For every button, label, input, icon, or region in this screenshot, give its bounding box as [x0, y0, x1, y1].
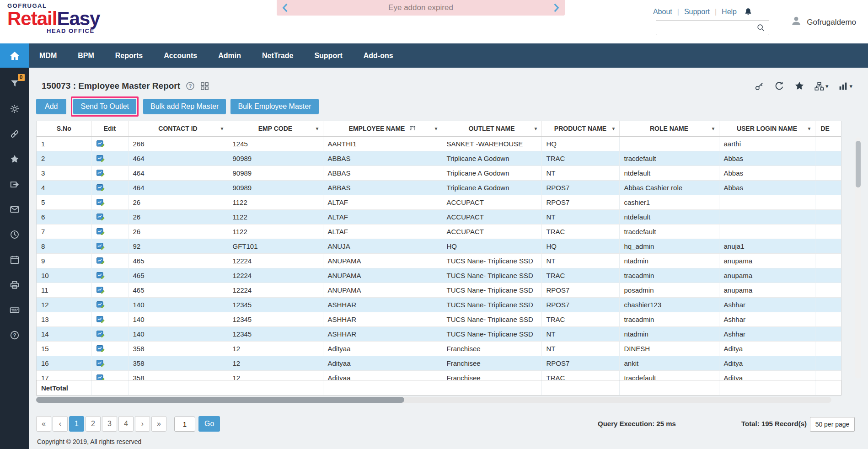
cell-contact-id: 358	[128, 356, 228, 370]
edit-icon[interactable]	[96, 199, 105, 206]
column-header-user-login-name[interactable]: USER LOGIN NAME▼	[719, 121, 815, 136]
printer-icon[interactable]	[9, 279, 21, 291]
column-filter-caret-icon[interactable]: ▼	[434, 126, 439, 131]
edit-icon[interactable]	[96, 374, 105, 380]
column-header-role-name[interactable]: ROLE NAME▼	[619, 121, 719, 136]
edit-icon[interactable]	[96, 301, 105, 309]
edit-icon[interactable]	[96, 272, 105, 279]
column-header-emp-code[interactable]: EMP CODE▼	[228, 121, 323, 136]
bulk-add-rep-master-button[interactable]: Bulk add Rep Master	[143, 99, 226, 114]
cell-user-login-name	[719, 195, 815, 209]
nav-item-accounts[interactable]: Accounts	[153, 43, 208, 68]
send-to-outlet-button[interactable]: Send To Outlet	[73, 99, 136, 114]
cell-contact-id: 465	[128, 253, 228, 268]
horizontal-scrollbar[interactable]	[36, 397, 831, 403]
share-icon[interactable]	[9, 178, 21, 190]
keyboard-icon[interactable]	[9, 304, 21, 316]
pagination-first-button[interactable]: «	[36, 416, 51, 432]
nav-item-mdm[interactable]: MDM	[29, 43, 67, 68]
column-header-employee-name[interactable]: EMPLOYEE NAME▼	[323, 121, 442, 136]
pagination-page-3[interactable]: 3	[102, 416, 117, 432]
column-header-s-no[interactable]: S.No	[37, 121, 91, 136]
add-button[interactable]: Add	[36, 99, 66, 114]
star-icon[interactable]	[9, 153, 21, 165]
edit-icon[interactable]	[96, 214, 105, 221]
refresh-icon[interactable]	[774, 81, 784, 91]
edit-icon[interactable]	[96, 184, 105, 192]
column-header-edit[interactable]: Edit	[91, 121, 128, 136]
edit-icon[interactable]	[96, 360, 105, 367]
column-filter-caret-icon[interactable]: ▼	[534, 126, 538, 131]
cell-employee-name: ANUPAMA	[323, 268, 442, 283]
banner-next-icon[interactable]	[553, 3, 559, 12]
search-icon[interactable]	[756, 23, 769, 32]
nav-item-admin[interactable]: Admin	[208, 43, 252, 68]
key-icon[interactable]	[755, 81, 764, 91]
vertical-scrollbar-thumb[interactable]	[856, 141, 861, 187]
nav-item-nettrade[interactable]: NetTrade	[252, 43, 304, 68]
goto-page-input[interactable]	[174, 417, 195, 432]
edit-icon[interactable]	[96, 155, 105, 162]
edit-icon[interactable]	[96, 316, 105, 323]
table-row: 1046512224ANUPAMATUCS Nane- Triplicane S…	[37, 268, 841, 283]
edit-icon[interactable]	[96, 140, 105, 148]
banner-prev-icon[interactable]	[282, 3, 288, 12]
user-menu[interactable]: Gofrugaldemo	[790, 15, 856, 29]
about-link[interactable]: About	[653, 8, 672, 16]
per-page-select[interactable]: 50 per page	[810, 417, 855, 432]
gear-icon[interactable]	[9, 103, 21, 115]
favorite-star-icon[interactable]	[794, 81, 804, 91]
filter-icon[interactable]: 0	[9, 78, 21, 90]
edit-icon[interactable]	[96, 345, 105, 353]
edit-icon[interactable]	[96, 228, 105, 235]
nav-item-addons[interactable]: Add-ons	[353, 43, 404, 68]
pagination-last-button[interactable]: »	[151, 416, 166, 432]
notifications-bell-icon[interactable]	[744, 7, 753, 16]
nav-item-reports[interactable]: Reports	[105, 43, 153, 68]
pagination-page-4[interactable]: 4	[118, 416, 134, 432]
column-header-product-name[interactable]: PRODUCT NAME▼	[541, 121, 619, 136]
edit-icon[interactable]	[96, 257, 105, 265]
cell-user-login-name: Abbas	[719, 180, 815, 195]
edit-icon[interactable]	[96, 287, 105, 294]
column-filter-caret-icon[interactable]: ▼	[611, 126, 616, 131]
pagination-page-1[interactable]: 1	[69, 416, 84, 432]
edit-icon[interactable]	[96, 170, 105, 177]
nav-item-bpm[interactable]: BPM	[67, 43, 105, 68]
hierarchy-icon[interactable]: ▾	[814, 81, 829, 91]
cell-outlet-name: Franchisee	[442, 356, 541, 370]
link-icon[interactable]	[9, 128, 21, 140]
home-button[interactable]	[0, 43, 29, 68]
chart-icon[interactable]: ▾	[838, 81, 852, 91]
bulk-employee-master-button[interactable]: Bulk Employee Master	[230, 99, 318, 114]
column-header-de[interactable]: DE	[815, 121, 841, 136]
vertical-scrollbar[interactable]	[855, 137, 861, 379]
pagination-page-2[interactable]: 2	[86, 416, 101, 432]
title-help-icon[interactable]: ?	[186, 81, 195, 91]
clock-icon[interactable]	[9, 229, 21, 241]
horizontal-scrollbar-thumb[interactable]	[36, 397, 404, 403]
help-link[interactable]: Help	[722, 8, 737, 16]
pagination-next-button[interactable]: ›	[135, 416, 150, 432]
nav-item-support[interactable]: Support	[304, 43, 353, 68]
column-header-outlet-name[interactable]: OUTLET NAME▼	[442, 121, 541, 136]
dashboard-icon[interactable]	[200, 82, 209, 91]
edit-icon[interactable]	[96, 243, 105, 250]
pagination-prev-button[interactable]: ‹	[53, 416, 68, 432]
column-header-contact-id[interactable]: CONTACT ID▼	[128, 121, 228, 136]
edit-icon[interactable]	[96, 331, 105, 338]
help-icon[interactable]: ?	[9, 329, 21, 341]
cell-edit	[91, 136, 128, 151]
search-input[interactable]	[656, 21, 756, 35]
column-filter-caret-icon[interactable]: ▼	[807, 126, 812, 131]
column-filter-caret-icon[interactable]: ▼	[711, 126, 716, 131]
cell-role-name: cashier1	[619, 195, 719, 209]
calendar-icon[interactable]	[9, 254, 21, 266]
cell-s-no: 13	[37, 312, 91, 326]
column-filter-caret-icon[interactable]: ▼	[220, 126, 225, 131]
mail-icon[interactable]	[9, 203, 21, 215]
link-separator: |	[677, 8, 679, 16]
go-button[interactable]: Go	[198, 416, 220, 432]
column-filter-caret-icon[interactable]: ▼	[315, 126, 320, 131]
support-link[interactable]: Support	[684, 8, 710, 16]
